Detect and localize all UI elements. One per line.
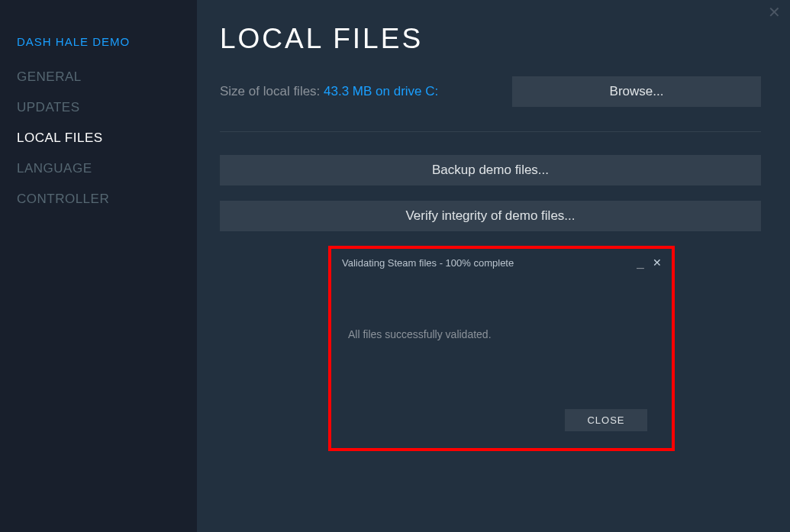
dialog-body: All files successfully validated. xyxy=(334,273,669,409)
sidebar-item-local-files[interactable]: LOCAL FILES xyxy=(17,131,197,146)
browse-button[interactable]: Browse... xyxy=(512,76,761,107)
dialog-footer: CLOSE xyxy=(334,409,669,445)
sidebar-item-language[interactable]: LANGUAGE xyxy=(17,161,197,176)
dialog-close-button[interactable]: CLOSE xyxy=(565,409,647,431)
sidebar-item-controller[interactable]: CONTROLLER xyxy=(17,192,197,207)
local-files-info-row: Size of local files: 43.3 MB on drive C:… xyxy=(220,76,761,132)
sidebar-item-general[interactable]: GENERAL xyxy=(17,69,197,85)
dialog-highlight-border: Validating Steam files - 100% complete _… xyxy=(328,246,675,451)
close-icon[interactable]: ✕ xyxy=(768,5,781,20)
page-title: LOCAL FILES xyxy=(220,23,761,55)
sidebar: DASH HALE DEMO GENERAL UPDATES LOCAL FIL… xyxy=(0,0,197,532)
dialog-close-icon[interactable]: ✕ xyxy=(652,256,663,269)
dialog-title: Validating Steam files - 100% complete xyxy=(342,257,514,269)
minimize-icon[interactable]: _ xyxy=(635,260,646,266)
backup-button[interactable]: Backup demo files... xyxy=(220,155,761,185)
dialog-titlebar: Validating Steam files - 100% complete _… xyxy=(334,252,669,273)
validation-dialog: Validating Steam files - 100% complete _… xyxy=(334,252,669,445)
verify-button[interactable]: Verify integrity of demo files... xyxy=(220,201,761,231)
size-label: Size of local files: xyxy=(220,84,324,98)
size-text: Size of local files: 43.3 MB on drive C: xyxy=(220,84,438,99)
sidebar-title[interactable]: DASH HALE DEMO xyxy=(17,35,197,48)
size-value-link[interactable]: 43.3 MB on drive C: xyxy=(324,84,438,98)
sidebar-item-updates[interactable]: UPDATES xyxy=(17,100,197,115)
dialog-message: All files successfully validated. xyxy=(348,328,492,340)
